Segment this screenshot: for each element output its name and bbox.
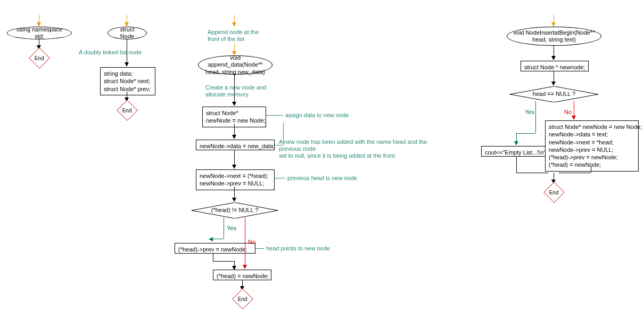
fc4-box-cout-text: cout<<"Empty List...!\n";: [485, 149, 547, 156]
fc3-arrow-to-nextprev: [232, 165, 236, 169]
fc3-annot-prevhead: previous head is new node: [287, 175, 357, 182]
fc2-end: End: [117, 100, 138, 121]
fc4-box-cout: cout<<"Empty List...!\n";: [481, 146, 550, 157]
fc3-box-new-text: struct Node* newNode = new Node;: [206, 110, 266, 124]
fc4-yes-arrow: [514, 141, 518, 145]
fc4-merge-yes-h: [516, 173, 548, 173]
fc4-no-v: [574, 101, 574, 117]
fc3-box-headset-text: (*head) = newNode;: [217, 273, 269, 279]
fc3-no-v: [245, 217, 245, 266]
fc3-no-label: No: [248, 239, 255, 245]
fc3-yes-arrow: [209, 237, 213, 241]
fc4-yes-label: Yes: [525, 109, 534, 115]
fc3-yes-label: Yes: [227, 225, 236, 231]
fc4-yes-v: [535, 101, 536, 133]
fc3-ellipse-func: void append_data(Node** head, string new…: [198, 55, 273, 75]
fc2-box-fields-text: string data; struct Node* next; struct N…: [104, 70, 151, 92]
fc4-yes-h: [516, 133, 535, 134]
fc4-ellipse: void NodeInsertatBegin(Node** head, stri…: [507, 27, 601, 46]
fc2-end-text: End: [122, 107, 132, 113]
fc2-box-fields: string data; struct Node* next; struct N…: [100, 67, 155, 95]
fc3-end: End: [232, 288, 253, 310]
fc1-ellipse-text: using namespace std;: [12, 26, 67, 40]
fc4-arrow-to-dec: [551, 82, 556, 86]
fc4-no-label: No: [564, 109, 572, 115]
fc4-merge-no-h: [559, 173, 591, 173]
fc4-end-text: End: [549, 189, 559, 195]
fc1-ellipse-namespace: using namespace std;: [7, 27, 72, 39]
fc3-box-nextprev: newNode->next = (*head); newNode->prev =…: [196, 169, 275, 190]
fc3-decision-text: (*head) != NULL ?: [192, 207, 278, 213]
fc3-merge-h: [213, 261, 234, 262]
fc3-box-nextprev-text: newNode->next = (*head); newNode->prev =…: [200, 173, 268, 186]
fc3-decision: (*head) != NULL ?: [192, 202, 278, 218]
fc1-end: End: [29, 47, 50, 69]
fc4-ellipse-text: void NodeInsertatBegin(Node** head, stri…: [511, 29, 597, 43]
fc4-arrow-to-decl: [551, 56, 556, 60]
fc3-ellipse-text: void append_data(Node** head, string new…: [203, 54, 268, 76]
fc4-end: End: [543, 182, 565, 203]
fc2-arrow-to-box: [125, 62, 129, 67]
fc3-dash1: [266, 115, 283, 116]
fc3-box-assign: newNode->data = new_data;: [196, 140, 275, 150]
fc3-arrow-to-dec: [232, 198, 236, 202]
fc4-box-big: struct Node* newNode = new Node; newNode…: [545, 120, 639, 172]
fc3-box-assign-text: newNode->data = new_data;: [200, 143, 275, 149]
fc3-annot-assign: assign data to new node: [285, 112, 349, 119]
fc3-arrow-to-boxnew: [232, 102, 236, 106]
fc4-merge-no-v: [591, 166, 591, 173]
fc4-box-decl-text: struct Node * newnode;: [524, 64, 585, 70]
fc3-line-to-nextprev: [234, 150, 235, 166]
fc3-start-arrow: [232, 22, 236, 27]
fc4-no-arrow: [572, 116, 576, 120]
fc3-annot-headpoints: head points to new node: [266, 245, 330, 252]
fc3-box-prevset-text: (*head)->prev = newNode;: [178, 246, 247, 253]
fc3-box-prevset: (*head)->prev = newNode;: [175, 243, 255, 254]
fc3-dash3: [275, 178, 285, 178]
fc3-dash4: [255, 248, 264, 249]
fc4-box-decl: struct Node * newnode;: [521, 61, 589, 71]
fc2-annot-doubly: A doubly linked list node: [79, 49, 142, 56]
fc3-box-headset: (*head) = newNode;: [213, 270, 271, 280]
fc4-box-big-text: struct Node* newNode = new Node; newNode…: [549, 124, 642, 168]
fc1-end-text: End: [35, 55, 44, 61]
fc3-annot-create: Create a new node and allocate memory.: [205, 84, 266, 98]
fc3-annot-top: Append node at the front of the list: [208, 29, 259, 43]
fc2-ellipse-text: struct Node: [112, 26, 142, 40]
fc4-decision-text: head == NULL ?: [510, 91, 598, 97]
fc3-end-text: End: [238, 296, 247, 302]
fc4-merge-yes-v: [516, 157, 517, 173]
fc3-no-arrow: [243, 265, 247, 269]
fc3-arrow-to-assignbox: [232, 135, 236, 139]
fc4-start-arrow: [551, 22, 556, 27]
fc3-annot-addfront: A new node has been added with the name …: [279, 139, 427, 160]
fc2-ellipse-structnode: struct Node: [108, 27, 147, 39]
fc4-decision: head == NULL ?: [510, 86, 598, 102]
fc3-merge-v: [213, 254, 213, 261]
fc3-yes-v: [224, 217, 224, 239]
